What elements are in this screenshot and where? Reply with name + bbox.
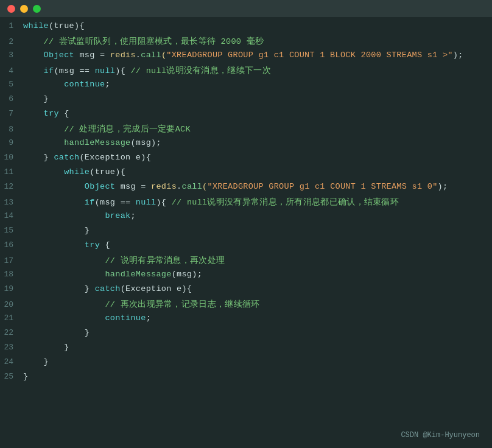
code-token: ; xyxy=(146,313,151,323)
code-token: call xyxy=(181,182,202,191)
line-number: 21 xyxy=(0,313,23,323)
code-token: continue xyxy=(64,80,105,89)
code-token: null xyxy=(95,66,116,75)
line-number: 9 xyxy=(0,138,23,147)
code-token xyxy=(23,125,64,134)
line-number: 12 xyxy=(0,182,23,191)
code-token: { xyxy=(59,109,69,118)
code-token xyxy=(23,198,85,207)
code-token: try xyxy=(85,240,100,250)
code-line: 3 Object msg = redis.call("XREADGROUP GR… xyxy=(0,50,492,65)
line-content: } xyxy=(23,357,49,366)
line-number: 13 xyxy=(0,198,23,207)
code-token xyxy=(23,109,44,118)
line-number: 25 xyxy=(0,372,23,381)
line-number: 3 xyxy=(0,51,23,60)
code-token: continue xyxy=(105,313,146,323)
code-token: (msg == xyxy=(95,198,136,207)
code-token: msg = xyxy=(74,51,110,60)
minimize-dot[interactable] xyxy=(20,5,28,13)
line-number: 22 xyxy=(0,328,23,337)
code-token: } xyxy=(23,226,90,235)
line-number: 10 xyxy=(0,153,23,162)
footer-credit: CSDN @Kim-Hyunyeon xyxy=(401,431,480,439)
code-line: 25} xyxy=(0,371,492,386)
line-content: } xyxy=(23,372,28,381)
code-token: } xyxy=(23,153,54,162)
line-number: 8 xyxy=(0,125,23,134)
code-line: 5 continue; xyxy=(0,79,492,94)
code-line: 14 break; xyxy=(0,211,492,225)
code-token: // 处理消息，完成后一定要ACK xyxy=(64,125,191,134)
code-token: msg = xyxy=(115,182,151,191)
line-content: } catch(Exception e){ xyxy=(23,284,192,293)
line-number: 6 xyxy=(0,94,23,103)
code-token: // 尝试监听队列，使用阻塞模式，最长等待 2000 毫秒 xyxy=(23,37,264,46)
code-token xyxy=(23,167,64,177)
code-token: (Exception e){ xyxy=(121,284,192,293)
code-token: "XREADGROUP GROUP g1 c1 COUNT 1 BLOCK 20… xyxy=(166,51,452,60)
line-content: if(msg == null){ // null说明没有消息，继续下一次 xyxy=(23,65,271,76)
code-token xyxy=(23,300,105,309)
code-token: redis xyxy=(151,182,177,191)
close-dot[interactable] xyxy=(7,5,15,13)
code-token: } xyxy=(23,94,49,103)
line-content: // 说明有异常消息，再次处理 xyxy=(23,255,225,266)
code-token: "XREADGROUP GROUP g1 c1 COUNT 1 STREAMS … xyxy=(208,182,438,191)
code-token: catch xyxy=(54,153,79,162)
code-token: ); xyxy=(453,51,463,60)
code-token: ); xyxy=(438,182,448,191)
code-line: 7 try { xyxy=(0,108,492,123)
code-token: (true){ xyxy=(90,167,125,177)
code-token xyxy=(23,256,105,265)
line-number: 20 xyxy=(0,300,23,309)
line-number: 23 xyxy=(0,343,23,352)
line-number: 16 xyxy=(0,240,23,250)
line-number: 19 xyxy=(0,284,23,293)
code-token: (msg == xyxy=(54,66,94,75)
code-line: 22 } xyxy=(0,327,492,342)
code-token: handleMessage xyxy=(64,138,130,147)
code-line: 21 continue; xyxy=(0,313,492,327)
line-content: // 尝试监听队列，使用阻塞模式，最长等待 2000 毫秒 xyxy=(23,36,264,47)
code-line: 1while(true){ xyxy=(0,21,492,35)
code-token xyxy=(23,138,64,147)
code-token: ( xyxy=(202,182,207,191)
code-token xyxy=(23,182,85,191)
code-line: 18 handleMessage(msg); xyxy=(0,269,492,284)
code-line: 15 } xyxy=(0,225,492,240)
code-line: 2 // 尝试监听队列，使用阻塞模式，最长等待 2000 毫秒 xyxy=(0,35,492,50)
code-token xyxy=(23,80,64,89)
code-token: . xyxy=(136,51,141,60)
code-line: 19 } catch(Exception e){ xyxy=(0,284,492,298)
line-content: try { xyxy=(23,109,69,118)
line-number: 15 xyxy=(0,226,23,235)
code-line: 20 // 再次出现异常，记录日志，继续循环 xyxy=(0,298,492,313)
maximize-dot[interactable] xyxy=(33,5,41,13)
code-token xyxy=(23,313,105,323)
code-token: Object xyxy=(44,51,74,60)
code-token: Object xyxy=(85,182,115,191)
line-number: 5 xyxy=(0,80,23,89)
title-bar xyxy=(0,0,492,17)
code-token: null xyxy=(136,198,156,207)
code-token: } xyxy=(23,328,90,337)
code-token xyxy=(23,51,44,60)
code-line: 24 } xyxy=(0,357,492,371)
line-content: } xyxy=(23,94,49,103)
line-content: } catch(Exception e){ xyxy=(23,153,151,162)
line-content: break; xyxy=(23,211,136,220)
code-token: (msg); xyxy=(172,270,202,279)
line-content: } xyxy=(23,343,69,352)
line-content: Object msg = redis.call("XREADGROUP GROU… xyxy=(23,51,463,60)
code-token: catch xyxy=(95,284,121,293)
code-token: ; xyxy=(105,80,110,89)
line-content: handleMessage(msg); xyxy=(23,138,161,147)
code-token: { xyxy=(100,240,110,250)
code-token: (msg); xyxy=(130,138,161,147)
line-number: 14 xyxy=(0,211,23,220)
code-token: while xyxy=(23,21,49,30)
code-token: redis xyxy=(110,51,136,60)
code-token: } xyxy=(23,372,28,381)
code-token: } xyxy=(23,357,49,366)
